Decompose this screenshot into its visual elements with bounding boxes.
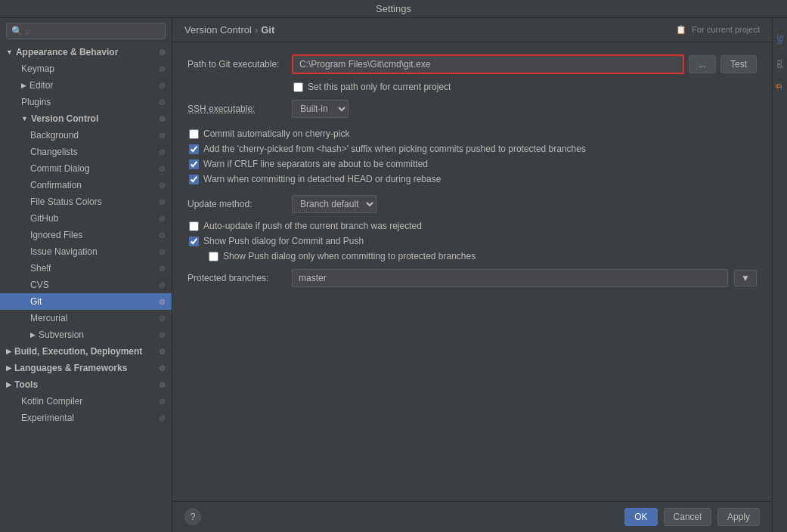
sidebar-item-label: Commit Dialog [30, 163, 90, 174]
search-input[interactable] [26, 26, 160, 36]
apply-button[interactable]: Apply [717, 508, 760, 526]
sidebar-item-cvs[interactable]: CVS ⚙ [0, 277, 172, 293]
ssh-row: SSH executable: Built-in System [187, 100, 757, 118]
arrow-icon: ▶ [21, 82, 26, 89]
settings-icon: ⚙ [159, 115, 166, 123]
sidebar-item-shelf[interactable]: Shelf ⚙ [0, 260, 172, 277]
sidebar-item-background[interactable]: Background ⚙ [0, 127, 172, 144]
sidebar-item-editor[interactable]: ▶ Editor ⚙ [0, 77, 172, 94]
for-current-project: 📋 For current project [676, 25, 760, 35]
breadcrumb: Version Control › Git [184, 24, 274, 36]
sidebar-item-label: Plugins [21, 97, 51, 107]
sidebar-item-commit-dialog[interactable]: Commit Dialog ⚙ [0, 160, 172, 177]
sidebar-item-issue-navigation[interactable]: Issue Navigation ⚙ [0, 243, 172, 260]
settings-icon: ⚙ [159, 165, 166, 173]
sidebar-item-github[interactable]: GitHub ⚙ [0, 210, 172, 227]
sidebar-item-mercurial[interactable]: Mercurial ⚙ [0, 310, 172, 326]
arrow-icon: ▶ [6, 364, 11, 372]
breadcrumb-separator: › [255, 24, 258, 36]
sidebar-item-label: Background [30, 130, 79, 141]
protected-branches-expand-btn[interactable]: ▼ [734, 270, 757, 286]
sidebar-item-tools[interactable]: ▶ Tools ⚙ [0, 376, 172, 393]
sidebar-item-label: Kotlin Compiler [21, 396, 82, 407]
sidebar-item-label: Shelf [30, 263, 51, 274]
bottom-bar: ? OK Cancel Apply [172, 501, 772, 532]
sidebar-item-experimental[interactable]: Experimental ⚙ [0, 410, 172, 426]
accent-tag-g[interactable]: g: [774, 82, 785, 91]
sidebar-item-label: Ignored Files [30, 230, 82, 240]
cherry-pick-checkbox[interactable] [189, 129, 199, 139]
settings-icon: ⚙ [159, 48, 166, 57]
search-box[interactable]: 🔍 [6, 23, 166, 39]
sidebar-item-file-status-colors[interactable]: File Status Colors ⚙ [0, 193, 172, 210]
show-push-checkbox[interactable] [189, 237, 199, 246]
sidebar-item-build-execution[interactable]: ▶ Build, Execution, Deployment ⚙ [0, 343, 172, 360]
sidebar-item-plugins[interactable]: Plugins ⚙ [0, 94, 172, 110]
sidebar-item-label: Git [30, 296, 42, 307]
settings-icon: ⚙ [159, 65, 166, 73]
accent-strip: Sh nd g: [772, 18, 787, 532]
show-push-protected-label[interactable]: Show Push dialog only when committing to… [223, 251, 476, 261]
cherry-pick-row: Commit automatically on cherry-pick [187, 128, 757, 139]
auto-update-label[interactable]: Auto-update if push of the current branc… [203, 221, 422, 231]
sidebar-item-languages-frameworks[interactable]: ▶ Languages & Frameworks ⚙ [0, 360, 172, 376]
detached-head-checkbox[interactable] [189, 175, 199, 184]
sidebar-item-ignored-files[interactable]: Ignored Files ⚙ [0, 227, 172, 243]
path-input[interactable] [292, 54, 684, 74]
settings-icon: ⚙ [159, 381, 166, 389]
sidebar-item-changelists[interactable]: Changelists ⚙ [0, 144, 172, 160]
help-button[interactable]: ? [184, 509, 201, 525]
update-method-select[interactable]: Branch default Merge Rebase [292, 195, 376, 213]
crlf-label[interactable]: Warn if CRLF line separators are about t… [203, 159, 428, 169]
settings-icon: ⚙ [159, 264, 166, 273]
project-label: For current project [692, 25, 760, 34]
cancel-button[interactable]: Cancel [664, 508, 711, 526]
settings-icon: ⚙ [159, 348, 166, 356]
update-method-row: Update method: Branch default Merge Reba… [187, 195, 757, 213]
set-path-label[interactable]: Set this path only for current project [308, 82, 451, 92]
arrow-icon: ▼ [6, 48, 13, 56]
detached-head-row: Warn when committing in detached HEAD or… [187, 174, 757, 184]
set-path-checkbox[interactable] [293, 82, 303, 92]
test-button[interactable]: Test [720, 55, 757, 73]
breadcrumb-parent: Version Control [184, 24, 252, 36]
sidebar-item-confirmation[interactable]: Confirmation ⚙ [0, 177, 172, 193]
sidebar-item-kotlin-compiler[interactable]: Kotlin Compiler ⚙ [0, 393, 172, 410]
cherry-picked-suffix-checkbox[interactable] [189, 144, 199, 154]
sidebar-item-appearance[interactable]: ▼ Appearance & Behavior ⚙ [0, 44, 172, 60]
browse-button[interactable]: ... [689, 55, 716, 73]
sidebar-item-version-control[interactable]: ▼ Version Control ⚙ [0, 110, 172, 127]
settings-icon: ⚙ [159, 281, 166, 289]
show-push-protected-checkbox[interactable] [209, 252, 218, 261]
accent-tag-nd[interactable]: nd [774, 58, 785, 70]
auto-update-checkbox[interactable] [189, 221, 199, 231]
show-push-label[interactable]: Show Push dialog for Commit and Push [203, 236, 364, 246]
sidebar-item-label: Keymap [21, 63, 54, 74]
sidebar-item-keymap[interactable]: Keymap ⚙ [0, 60, 172, 77]
ssh-select[interactable]: Built-in System [292, 100, 349, 118]
cherry-pick-label[interactable]: Commit automatically on cherry-pick [203, 128, 349, 139]
sidebar-item-subversion[interactable]: ▶ Subversion ⚙ [0, 326, 172, 343]
settings-icon: ⚙ [159, 397, 166, 406]
sidebar-item-git[interactable]: Git ⚙ [0, 293, 172, 310]
sidebar-item-label: Languages & Frameworks [14, 363, 127, 373]
crlf-checkbox[interactable] [189, 159, 199, 169]
protected-branches-input[interactable] [292, 269, 728, 287]
sidebar-item-label: Experimental [21, 413, 74, 423]
content-header: Version Control › Git 📋 For current proj… [172, 18, 772, 42]
sidebar-item-label: Editor [29, 80, 53, 91]
crlf-row: Warn if CRLF line separators are about t… [187, 159, 757, 169]
settings-icon: ⚙ [159, 131, 166, 140]
settings-icon: ⚙ [159, 82, 166, 90]
window-title: Settings [376, 3, 411, 14]
accent-tag-sh[interactable]: Sh [774, 33, 785, 45]
search-icon: 🔍 [11, 26, 23, 36]
cherry-picked-suffix-row: Add the 'cherry-picked from <hash>' suff… [187, 144, 757, 154]
show-push-protected-row: Show Push dialog only when committing to… [187, 251, 757, 261]
cherry-picked-suffix-label[interactable]: Add the 'cherry-picked from <hash>' suff… [203, 144, 586, 154]
settings-icon: ⚙ [159, 215, 166, 223]
detached-head-label[interactable]: Warn when committing in detached HEAD or… [203, 174, 441, 184]
sidebar-item-label: Issue Navigation [30, 246, 98, 257]
settings-icon: ⚙ [159, 298, 166, 306]
ok-button[interactable]: OK [624, 508, 657, 526]
